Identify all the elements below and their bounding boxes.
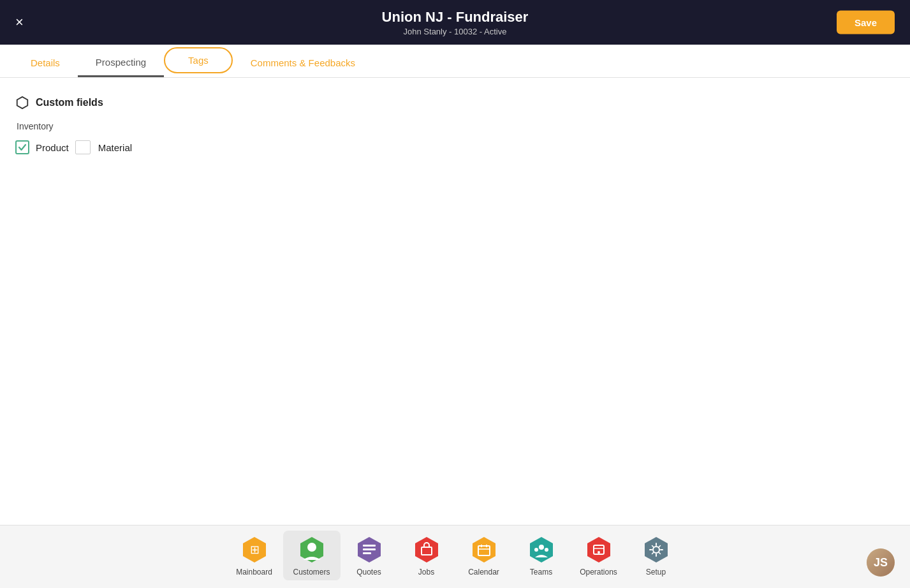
jobs-icon	[411, 534, 442, 565]
page-subtitle: John Stanly - 10032 - Active	[382, 27, 529, 36]
save-button[interactable]: Save	[837, 11, 895, 34]
svg-point-17	[539, 545, 544, 550]
calendar-label: Calendar	[468, 568, 499, 577]
avatar[interactable]: JS	[867, 548, 895, 577]
teams-icon	[526, 534, 557, 565]
operations-label: Operations	[580, 568, 617, 577]
svg-marker-9	[415, 537, 438, 562]
calendar-icon	[469, 534, 499, 565]
svg-marker-20	[587, 537, 610, 562]
material-label: Material	[98, 142, 132, 153]
svg-point-23	[598, 551, 600, 554]
operations-icon	[583, 534, 614, 565]
page-title: Union NJ - Fundraiser	[382, 9, 529, 26]
setup-label: Setup	[646, 568, 666, 577]
mainboard-icon: ⊞	[239, 534, 270, 565]
nav-item-teams[interactable]: Teams	[513, 531, 570, 580]
customers-label: Customers	[293, 568, 330, 577]
svg-text:⊞: ⊞	[249, 543, 259, 556]
quotes-label: Quotes	[356, 568, 381, 577]
svg-point-4	[307, 543, 316, 552]
nav-item-mainboard[interactable]: ⊞ Mainboard	[226, 531, 283, 580]
svg-rect-7	[363, 548, 376, 550]
inventory-row: Product Material	[15, 140, 895, 154]
mainboard-label: Mainboard	[236, 568, 272, 577]
main-content: Custom fields Inventory Product Material	[0, 78, 910, 525]
tabs-bar: Details Prospecting Tags Comments & Feed…	[0, 45, 910, 78]
inventory-label: Inventory	[17, 121, 895, 131]
bottom-nav: ⊞ Mainboard Customers Quotes Jobs	[0, 525, 910, 588]
product-input[interactable]	[75, 140, 91, 154]
svg-marker-0	[17, 97, 28, 108]
tab-tags[interactable]: Tags	[164, 47, 233, 73]
nav-item-operations[interactable]: Operations	[570, 531, 627, 580]
tab-prospecting[interactable]: Prospecting	[78, 48, 164, 77]
svg-marker-11	[473, 537, 495, 562]
nav-item-quotes[interactable]: Quotes	[341, 531, 398, 580]
product-checkbox[interactable]	[15, 140, 29, 154]
nav-item-calendar[interactable]: Calendar	[455, 531, 513, 580]
nav-item-jobs[interactable]: Jobs	[398, 531, 455, 580]
svg-rect-8	[363, 552, 371, 554]
header: × Union NJ - Fundraiser John Stanly - 10…	[0, 0, 910, 45]
nav-item-customers[interactable]: Customers	[283, 531, 341, 580]
svg-point-19	[545, 548, 548, 552]
close-button[interactable]: ×	[15, 15, 24, 29]
quotes-icon	[354, 534, 385, 565]
svg-marker-24	[645, 537, 668, 562]
jobs-label: Jobs	[418, 568, 434, 577]
product-label: Product	[36, 142, 69, 153]
svg-rect-6	[363, 545, 376, 547]
tab-comments[interactable]: Comments & Feedbacks	[233, 48, 373, 77]
custom-fields-header: Custom fields	[15, 96, 895, 110]
teams-label: Teams	[530, 568, 552, 577]
nav-item-setup[interactable]: Setup	[627, 531, 685, 580]
custom-fields-icon	[15, 96, 29, 110]
svg-point-18	[534, 548, 538, 552]
header-title-block: Union NJ - Fundraiser John Stanly - 1003…	[382, 9, 529, 36]
avatar-image: JS	[867, 548, 895, 577]
setup-icon	[641, 534, 671, 565]
custom-fields-title: Custom fields	[36, 97, 103, 108]
customers-icon	[297, 534, 327, 565]
tab-details[interactable]: Details	[13, 48, 78, 77]
